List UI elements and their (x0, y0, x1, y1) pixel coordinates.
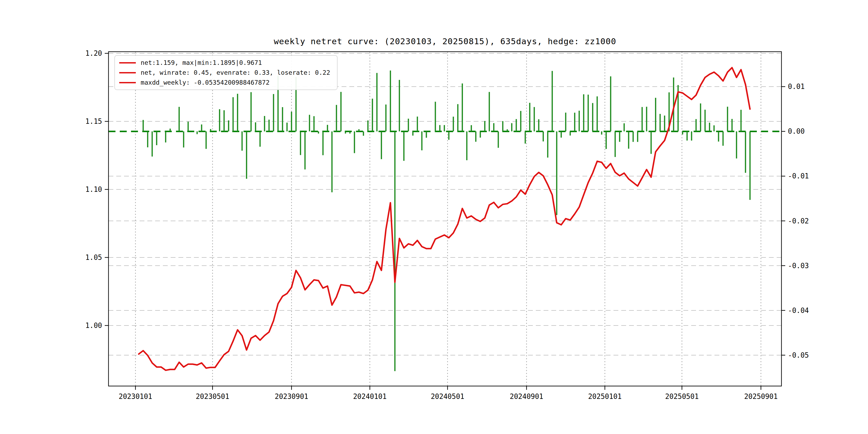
y-left-tick-label: 1.00 (85, 321, 102, 330)
x-tick-label: 20250501 (665, 393, 699, 401)
y-left-tick-label: 1.05 (85, 253, 102, 261)
legend: net:1.159, max|min:1.1895|0.9671 net, wi… (114, 55, 338, 90)
x-tick-label: 20250101 (588, 393, 622, 401)
x-tick-label: 20230501 (196, 393, 229, 401)
legend-item: net:1.159, max|min:1.1895|0.9671 (119, 59, 330, 66)
x-tick-label: 20250901 (744, 393, 778, 401)
y-right-tick-label: 0.01 (788, 83, 805, 91)
legend-item: maxdd_weekly: -0.05354200988467872 (119, 79, 330, 86)
y-right-tick-label: -0.04 (788, 307, 809, 314)
legend-item-label: net:1.159, max|min:1.1895|0.9671 (141, 59, 262, 66)
x-tick-label: 20230101 (119, 393, 152, 401)
x-tick-label: 20240101 (353, 393, 386, 401)
legend-item-label: net, winrate: 0.45, evenrate: 0.33, lose… (141, 69, 330, 76)
y-right-tick-label: -0.03 (788, 262, 809, 270)
y-right-tick-label: -0.02 (788, 217, 809, 225)
x-tick-label: 20240501 (431, 393, 464, 401)
legend-item: net, winrate: 0.45, evenrate: 0.33, lose… (119, 69, 330, 76)
legend-line-swatch (119, 62, 136, 63)
x-tick-label: 20230901 (275, 393, 308, 401)
y-left-tick-label: 1.20 (85, 49, 102, 57)
figure: 1.201.151.101.051.000.010.00-0.01-0.02-0… (0, 0, 868, 434)
y-left-tick-label: 1.15 (85, 117, 102, 125)
y-right-tick-label: -0.05 (788, 351, 809, 359)
legend-line-swatch (119, 82, 136, 83)
y-left-tick-label: 1.10 (85, 185, 102, 193)
y-right-tick-label: 0.00 (788, 127, 805, 135)
x-tick-label: 20240901 (510, 393, 543, 401)
y-right-tick-label: -0.01 (788, 172, 809, 180)
legend-line-swatch (119, 72, 136, 73)
legend-item-label: maxdd_weekly: -0.05354200988467872 (141, 79, 270, 86)
chart-title: weekly netret curve: (20230103, 20250815… (108, 36, 781, 46)
